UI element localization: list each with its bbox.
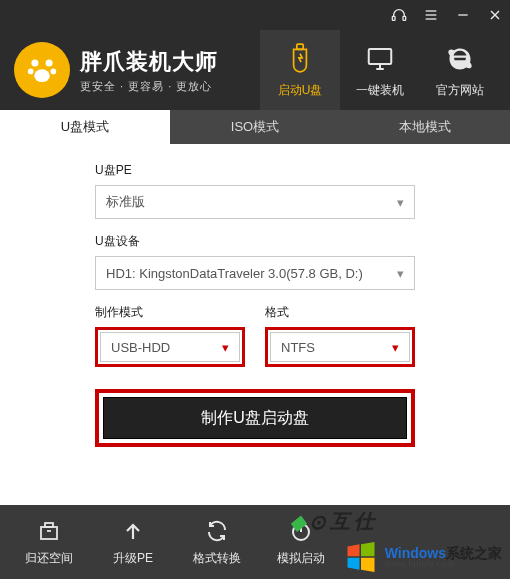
format-highlight: NTFS ▾ (265, 327, 415, 367)
device-select[interactable]: HD1: KingstonDataTraveler 3.0(57.8 GB, D… (95, 256, 415, 290)
svg-point-9 (46, 59, 53, 66)
arrow-up-icon (120, 518, 146, 544)
tab-usb[interactable]: U盘模式 (0, 110, 170, 144)
nav-label: 一键装机 (356, 82, 404, 99)
bottom-label: 归还空间 (25, 550, 73, 567)
nav-usb-boot[interactable]: 启动U盘 (260, 30, 340, 110)
svg-point-12 (34, 69, 50, 82)
pe-value: 标准版 (106, 193, 145, 211)
paw-icon (14, 42, 70, 98)
bottom-format-convert[interactable]: 格式转换 (178, 518, 256, 567)
main-nav: 启动U盘 一键装机 官方网站 (260, 30, 500, 110)
chevron-down-icon: ▾ (392, 340, 399, 355)
bottom-upgrade-pe[interactable]: 升级PE (94, 518, 172, 567)
format-label: 格式 (265, 304, 415, 321)
headset-icon[interactable] (390, 6, 408, 24)
bottom-return-space[interactable]: 归还空间 (10, 518, 88, 567)
decorative-graphic: ◆ ⊙ 互 仕 (290, 508, 374, 535)
menu-icon[interactable] (422, 6, 440, 24)
nav-website[interactable]: 官方网站 (420, 30, 500, 110)
watermark-url: www.bjjmlv.com (385, 560, 502, 569)
titlebar (0, 0, 510, 30)
svg-rect-0 (392, 16, 395, 20)
chevron-down-icon: ▾ (397, 266, 404, 281)
tab-iso[interactable]: ISO模式 (170, 110, 340, 144)
mode-highlight: USB-HDD ▾ (95, 327, 245, 367)
windows-icon (343, 539, 379, 575)
device-label: U盘设备 (95, 233, 415, 250)
create-usb-button[interactable]: 制作U盘启动盘 (103, 397, 407, 439)
svg-point-11 (51, 69, 57, 75)
refresh-icon (204, 518, 230, 544)
svg-rect-1 (403, 16, 406, 20)
mode-select[interactable]: USB-HDD ▾ (100, 332, 240, 362)
mode-tabs: U盘模式 ISO模式 本地模式 (0, 110, 510, 144)
format-select[interactable]: NTFS ▾ (270, 332, 410, 362)
svg-rect-14 (369, 49, 392, 64)
nav-label: 启动U盘 (278, 82, 323, 99)
svg-point-8 (31, 59, 38, 66)
pe-select[interactable]: 标准版 ▾ (95, 185, 415, 219)
tab-local[interactable]: 本地模式 (340, 110, 510, 144)
chevron-down-icon: ▾ (397, 195, 404, 210)
svg-rect-18 (45, 523, 53, 527)
bottom-label: 升级PE (113, 550, 153, 567)
svg-rect-17 (41, 527, 57, 539)
device-value: HD1: KingstonDataTraveler 3.0(57.8 GB, D… (106, 266, 363, 281)
monitor-icon (363, 42, 397, 76)
watermark: Windows系统之家 www.bjjmlv.com (339, 537, 506, 577)
usb-shield-icon (283, 42, 317, 76)
nav-one-click[interactable]: 一键装机 (340, 30, 420, 110)
minimize-icon[interactable] (454, 6, 472, 24)
svg-point-10 (28, 69, 34, 75)
logo: 胖爪装机大师 更安全 · 更容易 · 更放心 (14, 42, 218, 98)
create-button-highlight: 制作U盘启动盘 (95, 389, 415, 447)
mode-value: USB-HDD (111, 340, 170, 355)
nav-label: 官方网站 (436, 82, 484, 99)
header: 胖爪装机大师 更安全 · 更容易 · 更放心 启动U盘 一键装机 (0, 30, 510, 110)
brand-title: 胖爪装机大师 (80, 47, 218, 77)
ie-icon (443, 42, 477, 76)
format-value: NTFS (281, 340, 315, 355)
brand-sub: 更安全 · 更容易 · 更放心 (80, 79, 218, 94)
bottom-label: 格式转换 (193, 550, 241, 567)
close-icon[interactable] (486, 6, 504, 24)
chevron-down-icon: ▾ (222, 340, 229, 355)
pe-label: U盘PE (95, 162, 415, 179)
box-icon (36, 518, 62, 544)
bottom-bar: 归还空间 升级PE 格式转换 模拟启动 ◆ ⊙ 互 仕 (0, 505, 510, 579)
mode-label: 制作模式 (95, 304, 245, 321)
bottom-label: 模拟启动 (277, 550, 325, 567)
content: U盘PE 标准版 ▾ U盘设备 HD1: KingstonDataTravele… (0, 144, 510, 505)
